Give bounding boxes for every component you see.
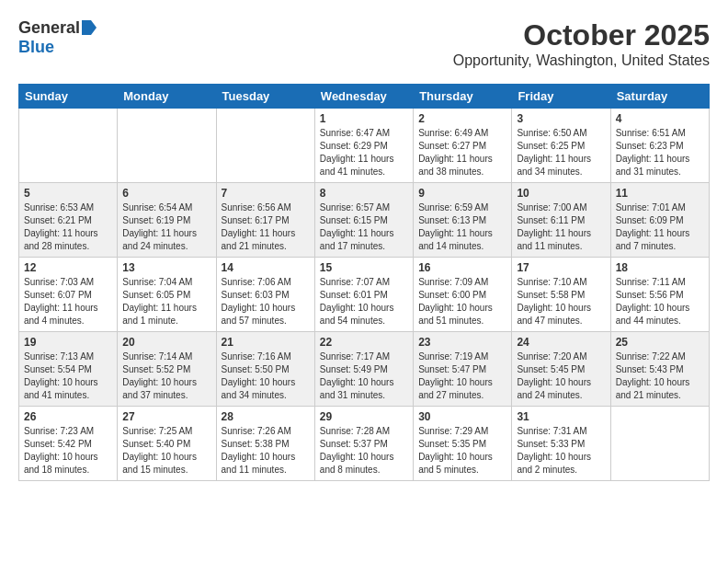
table-row: 30Sunrise: 7:29 AM Sunset: 5:35 PM Dayli… <box>414 407 512 481</box>
day-number: 23 <box>418 336 506 349</box>
day-info: Sunrise: 6:47 AM Sunset: 6:29 PM Dayligh… <box>320 127 408 178</box>
day-info: Sunrise: 7:20 AM Sunset: 5:45 PM Dayligh… <box>517 350 605 402</box>
day-number: 14 <box>222 261 310 274</box>
day-number: 10 <box>517 187 605 200</box>
logo-arrow-icon <box>82 20 97 35</box>
day-number: 31 <box>517 410 605 423</box>
day-info: Sunrise: 7:31 AM Sunset: 5:33 PM Dayligh… <box>517 425 605 477</box>
table-row: 27Sunrise: 7:25 AM Sunset: 5:40 PM Dayli… <box>118 407 216 481</box>
table-row: 5Sunrise: 6:53 AM Sunset: 6:21 PM Daylig… <box>19 183 118 258</box>
day-number: 26 <box>24 410 112 423</box>
table-row: 4Sunrise: 6:51 AM Sunset: 6:23 PM Daylig… <box>610 109 709 183</box>
table-row: 2Sunrise: 6:49 AM Sunset: 6:27 PM Daylig… <box>414 109 512 183</box>
table-row: 6Sunrise: 6:54 AM Sunset: 6:19 PM Daylig… <box>118 183 216 258</box>
table-row <box>610 407 709 481</box>
day-info: Sunrise: 7:01 AM Sunset: 6:09 PM Dayligh… <box>616 201 704 253</box>
table-row: 7Sunrise: 6:56 AM Sunset: 6:17 PM Daylig… <box>216 183 314 258</box>
col-sunday: Sunday <box>19 85 118 109</box>
day-info: Sunrise: 6:53 AM Sunset: 6:21 PM Dayligh… <box>24 201 112 253</box>
day-info: Sunrise: 7:04 AM Sunset: 6:05 PM Dayligh… <box>122 276 210 327</box>
day-number: 4 <box>616 112 704 125</box>
calendar-week-row: 12Sunrise: 7:03 AM Sunset: 6:07 PM Dayli… <box>19 258 710 332</box>
day-info: Sunrise: 7:25 AM Sunset: 5:40 PM Dayligh… <box>122 425 210 477</box>
day-info: Sunrise: 7:23 AM Sunset: 5:42 PM Dayligh… <box>24 425 112 477</box>
day-info: Sunrise: 7:13 AM Sunset: 5:54 PM Dayligh… <box>24 350 112 402</box>
col-tuesday: Tuesday <box>216 85 314 109</box>
header: General Blue October 2025 Opportunity, W… <box>18 18 710 69</box>
day-info: Sunrise: 7:06 AM Sunset: 6:03 PM Dayligh… <box>222 276 310 327</box>
table-row: 22Sunrise: 7:17 AM Sunset: 5:49 PM Dayli… <box>314 332 413 407</box>
day-number: 3 <box>517 112 605 125</box>
day-number: 30 <box>418 410 506 423</box>
day-info: Sunrise: 6:49 AM Sunset: 6:27 PM Dayligh… <box>418 127 506 178</box>
table-row: 18Sunrise: 7:11 AM Sunset: 5:56 PM Dayli… <box>610 258 709 332</box>
day-number: 27 <box>122 410 210 423</box>
table-row: 26Sunrise: 7:23 AM Sunset: 5:42 PM Dayli… <box>19 407 118 481</box>
page-title: October 2025 <box>453 18 710 52</box>
calendar-week-row: 26Sunrise: 7:23 AM Sunset: 5:42 PM Dayli… <box>19 407 710 481</box>
day-info: Sunrise: 7:03 AM Sunset: 6:07 PM Dayligh… <box>24 276 112 327</box>
day-number: 19 <box>24 336 112 349</box>
calendar-week-row: 5Sunrise: 6:53 AM Sunset: 6:21 PM Daylig… <box>19 183 710 258</box>
table-row <box>19 109 118 183</box>
day-number: 18 <box>616 261 704 274</box>
page: General Blue October 2025 Opportunity, W… <box>0 0 728 490</box>
day-number: 8 <box>320 187 408 200</box>
day-info: Sunrise: 7:17 AM Sunset: 5:49 PM Dayligh… <box>320 350 408 402</box>
day-number: 22 <box>320 336 408 349</box>
table-row <box>216 109 314 183</box>
day-number: 12 <box>24 261 112 274</box>
table-row: 29Sunrise: 7:28 AM Sunset: 5:37 PM Dayli… <box>314 407 413 481</box>
table-row: 8Sunrise: 6:57 AM Sunset: 6:15 PM Daylig… <box>314 183 413 258</box>
logo-general-text: General <box>18 18 80 38</box>
table-row: 13Sunrise: 7:04 AM Sunset: 6:05 PM Dayli… <box>118 258 216 332</box>
day-number: 15 <box>320 261 408 274</box>
calendar-table: Sunday Monday Tuesday Wednesday Thursday… <box>18 84 710 481</box>
day-number: 28 <box>222 410 310 423</box>
day-info: Sunrise: 7:29 AM Sunset: 5:35 PM Dayligh… <box>418 425 506 477</box>
day-info: Sunrise: 7:22 AM Sunset: 5:43 PM Dayligh… <box>616 350 704 402</box>
day-info: Sunrise: 7:11 AM Sunset: 5:56 PM Dayligh… <box>616 276 704 327</box>
day-number: 24 <box>517 336 605 349</box>
col-saturday: Saturday <box>610 85 709 109</box>
calendar-week-row: 19Sunrise: 7:13 AM Sunset: 5:54 PM Dayli… <box>19 332 710 407</box>
day-info: Sunrise: 7:19 AM Sunset: 5:47 PM Dayligh… <box>418 350 506 402</box>
day-number: 11 <box>616 187 704 200</box>
table-row: 20Sunrise: 7:14 AM Sunset: 5:52 PM Dayli… <box>118 332 216 407</box>
table-row: 24Sunrise: 7:20 AM Sunset: 5:45 PM Dayli… <box>512 332 610 407</box>
table-row: 16Sunrise: 7:09 AM Sunset: 6:00 PM Dayli… <box>414 258 512 332</box>
day-number: 5 <box>24 187 112 200</box>
day-number: 16 <box>418 261 506 274</box>
title-block: October 2025 Opportunity, Washington, Un… <box>453 18 710 69</box>
table-row: 14Sunrise: 7:06 AM Sunset: 6:03 PM Dayli… <box>216 258 314 332</box>
table-row: 3Sunrise: 6:50 AM Sunset: 6:25 PM Daylig… <box>512 109 610 183</box>
day-info: Sunrise: 6:56 AM Sunset: 6:17 PM Dayligh… <box>222 201 310 253</box>
day-info: Sunrise: 7:28 AM Sunset: 5:37 PM Dayligh… <box>320 425 408 477</box>
day-number: 25 <box>616 336 704 349</box>
table-row: 21Sunrise: 7:16 AM Sunset: 5:50 PM Dayli… <box>216 332 314 407</box>
day-info: Sunrise: 6:54 AM Sunset: 6:19 PM Dayligh… <box>122 201 210 253</box>
day-number: 2 <box>418 112 506 125</box>
day-number: 13 <box>122 261 210 274</box>
day-number: 17 <box>517 261 605 274</box>
logo-blue-text: Blue <box>18 38 54 57</box>
day-info: Sunrise: 6:57 AM Sunset: 6:15 PM Dayligh… <box>320 201 408 253</box>
col-monday: Monday <box>118 85 216 109</box>
table-row: 19Sunrise: 7:13 AM Sunset: 5:54 PM Dayli… <box>19 332 118 407</box>
table-row: 12Sunrise: 7:03 AM Sunset: 6:07 PM Dayli… <box>19 258 118 332</box>
day-info: Sunrise: 7:16 AM Sunset: 5:50 PM Dayligh… <box>222 350 310 402</box>
day-info: Sunrise: 7:07 AM Sunset: 6:01 PM Dayligh… <box>320 276 408 327</box>
day-info: Sunrise: 6:59 AM Sunset: 6:13 PM Dayligh… <box>418 201 506 253</box>
logo: General Blue <box>18 18 97 57</box>
day-info: Sunrise: 6:50 AM Sunset: 6:25 PM Dayligh… <box>517 127 605 178</box>
svg-marker-0 <box>82 20 97 35</box>
col-thursday: Thursday <box>414 85 512 109</box>
table-row: 31Sunrise: 7:31 AM Sunset: 5:33 PM Dayli… <box>512 407 610 481</box>
table-row: 1Sunrise: 6:47 AM Sunset: 6:29 PM Daylig… <box>314 109 413 183</box>
day-info: Sunrise: 7:00 AM Sunset: 6:11 PM Dayligh… <box>517 201 605 253</box>
day-info: Sunrise: 7:10 AM Sunset: 5:58 PM Dayligh… <box>517 276 605 327</box>
day-number: 6 <box>122 187 210 200</box>
day-number: 9 <box>418 187 506 200</box>
day-number: 29 <box>320 410 408 423</box>
table-row: 9Sunrise: 6:59 AM Sunset: 6:13 PM Daylig… <box>414 183 512 258</box>
